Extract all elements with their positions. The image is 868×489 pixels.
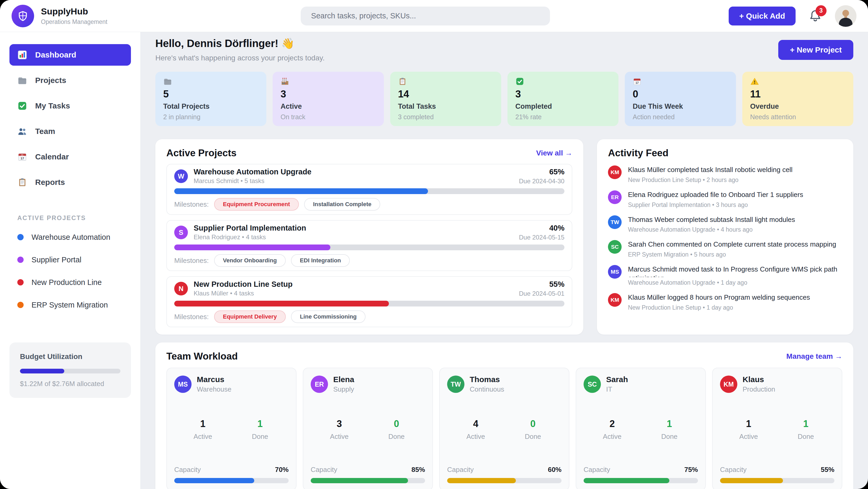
feed-avatar: KM [608,293,622,307]
stat-label: Overdue [750,103,845,111]
member-done-count: 0 [504,419,561,429]
project-progress-bar [174,244,564,250]
feed-item[interactable]: MS Marcus Schmidt moved task to In Progr… [608,265,842,286]
sidebar-item-calendar[interactable]: 17JUL Calendar [9,146,131,168]
milestone-pill[interactable]: EDI Integration [291,254,350,267]
capacity-fill [584,478,670,483]
sidebar-item-label: Calendar [35,152,69,161]
project-card-warehouse-automation-upgrade[interactable]: W Warehouse Automation Upgrade Marcus Sc… [166,164,572,215]
factory-icon [280,77,376,86]
budget-progress-bar [20,369,120,373]
feed-text: Klaus Müller completed task Install robo… [628,166,793,174]
stat-caption: 3 completed [398,113,493,121]
sidebar-item-projects[interactable]: Projects [9,69,131,91]
capacity-label: Capacity [174,466,201,474]
milestone-pill[interactable]: Line Commissioning [291,310,366,323]
member-done-count: 0 [368,419,425,429]
milestone-pill[interactable]: Equipment Procurement [214,198,299,211]
stat-value: 5 [163,88,258,100]
sidebar-item-dashboard[interactable]: Dashboard [9,44,131,66]
feed-avatar: ER [608,191,622,204]
budget-caption: $1.22M of $2.76M allocated [20,380,120,388]
member-card-thomas[interactable]: TW Thomas Continuous 4 Active [439,368,569,489]
feed-avatar: KM [608,166,622,179]
done-label: Done [777,433,834,441]
stat-card-overdue: 11 Overdue Needs attention [742,72,853,126]
sidebar-item-label: My Tasks [35,102,70,110]
capacity-fill [174,478,254,483]
project-due-date: Due 2024-04-30 [519,177,564,185]
folder-icon [163,77,258,86]
feed-item[interactable]: ER Elena Rodriguez uploaded file to Onbo… [608,191,842,208]
stat-card-active: 3 Active On track [273,72,383,126]
milestone-pill[interactable]: Installation Complete [304,198,380,211]
svg-text:17: 17 [636,81,639,84]
folder-icon [17,75,27,85]
notifications-button[interactable]: 3 [808,9,823,23]
capacity-label: Capacity [447,466,474,474]
sidebar-item-my-tasks[interactable]: My Tasks [9,95,131,117]
feed-item[interactable]: KM Klaus Müller completed task Install r… [608,166,842,183]
capacity-percent: 55% [821,466,834,474]
capacity-bar [174,478,289,483]
member-active-count: 3 [311,419,368,429]
project-card-supplier-portal-implementation[interactable]: S Supplier Portal Implementation Elena R… [166,220,572,271]
top-header: SupplyHub Operations Management + Quick … [0,0,868,32]
stat-value: 3 [515,88,611,100]
panel-title: Team Workload [166,351,238,362]
capacity-percent: 60% [548,466,561,474]
sidebar-item-team[interactable]: Team [9,120,131,142]
greeting-subtitle: Here's what's happening across your proj… [155,54,324,62]
member-card-marcus[interactable]: MS Marcus Warehouse 1 Active [166,368,297,489]
feed-item[interactable]: KM Klaus Müller logged 8 hours on Progra… [608,293,842,311]
feed-avatar: MS [608,265,622,279]
sidebar-item-reports[interactable]: Reports [9,172,131,193]
member-card-sarah[interactable]: SC Sarah IT 2 Active [576,368,706,489]
feed-meta: Supplier Portal Implementation • 3 hours… [628,201,803,208]
sidebar-project-warehouse-automation[interactable]: Warehouse Automation [9,226,131,249]
user-avatar[interactable] [835,5,857,27]
project-title: Supplier Portal Implementation [194,224,306,232]
sidebar-project-label: Warehouse Automation [31,233,110,241]
member-card-elena[interactable]: ER Elena Supply 3 Active [303,368,433,489]
notification-badge: 3 [815,5,827,16]
project-color-dot [17,279,24,285]
milestone-pill[interactable]: Equipment Delivery [214,310,286,323]
app-window: SupplyHub Operations Management + Quick … [0,0,868,489]
feed-meta: Warehouse Automation Upgrade • 1 day ago [628,279,842,286]
feed-meta: New Production Line Setup • 1 day ago [628,304,810,311]
brand: SupplyHub Operations Management [11,5,122,27]
sidebar-project-erp-system-migration[interactable]: ERP System Migration [9,294,131,316]
member-done-count: 1 [641,419,698,429]
project-meta: Klaus Müller • 4 tasks [194,290,292,297]
project-card-new-production-line-setup[interactable]: N New Production Line Setup Klaus Müller… [166,276,572,327]
project-progress-fill [174,244,330,250]
capacity-percent: 85% [411,466,425,474]
clipboard-icon [17,177,27,187]
project-percent: 40% [519,224,564,232]
feed-text: Thomas Weber completed subtask Install l… [628,215,795,224]
sidebar-item-label: Team [35,127,55,136]
search-input[interactable] [301,6,550,26]
feed-avatar: TW [608,215,622,229]
member-card-klaus[interactable]: KM Klaus Production 1 Active [712,368,842,489]
budget-title: Budget Utilization [20,352,120,361]
project-title: Warehouse Automation Upgrade [194,168,311,176]
stat-value: 3 [280,88,376,100]
feed-item[interactable]: TW Thomas Weber completed subtask Instal… [608,215,842,233]
feed-item[interactable]: SC Sarah Chen commented on Complete curr… [608,240,842,258]
new-project-button[interactable]: + New Project [778,40,853,60]
view-all-link[interactable]: View all → [536,149,572,157]
stat-caption: Needs attention [750,113,845,121]
sidebar-project-new-production-line[interactable]: New Production Line [9,271,131,294]
quick-add-button[interactable]: + Quick Add [729,6,796,26]
active-projects-panel: Active Projects View all → W Warehouse A… [155,139,583,335]
manage-team-link[interactable]: Manage team → [786,352,842,361]
stat-caption: On track [280,113,376,121]
sidebar-project-supplier-portal[interactable]: Supplier Portal [9,249,131,271]
project-color-dot [17,257,24,263]
capacity-fill [311,478,408,483]
milestone-pill[interactable]: Vendor Onboarding [214,254,286,267]
feed-text: Marcus Schmidt moved task to In Progress… [628,265,842,277]
project-percent: 65% [519,168,564,176]
